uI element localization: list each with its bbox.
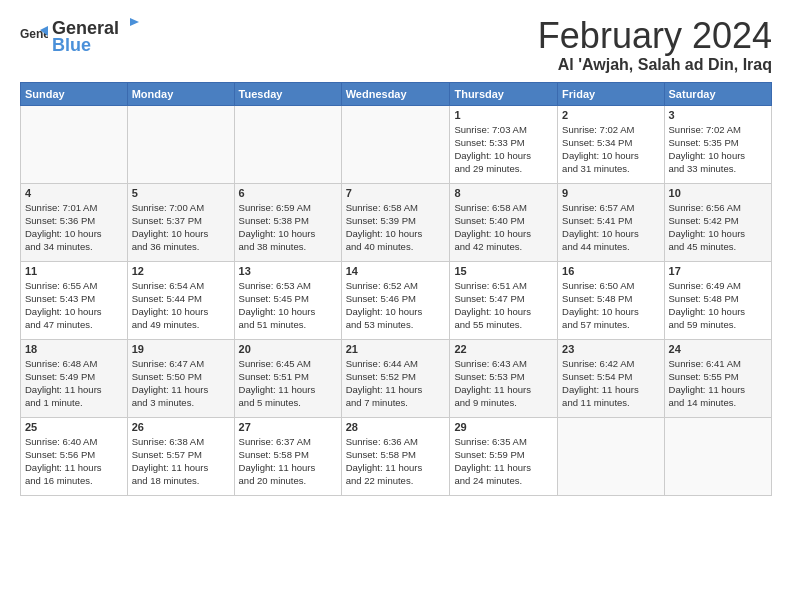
day-info: Sunrise: 6:55 AMSunset: 5:43 PMDaylight:…	[25, 279, 123, 332]
week-row-5: 25Sunrise: 6:40 AMSunset: 5:56 PMDayligh…	[21, 417, 772, 495]
calendar-cell: 25Sunrise: 6:40 AMSunset: 5:56 PMDayligh…	[21, 417, 128, 495]
day-info: Sunrise: 6:57 AMSunset: 5:41 PMDaylight:…	[562, 201, 659, 254]
day-number: 7	[346, 187, 446, 199]
day-number: 26	[132, 421, 230, 433]
day-number: 5	[132, 187, 230, 199]
day-info: Sunrise: 7:03 AMSunset: 5:33 PMDaylight:…	[454, 123, 553, 176]
day-info: Sunrise: 6:58 AMSunset: 5:40 PMDaylight:…	[454, 201, 553, 254]
calendar-cell	[341, 105, 450, 183]
day-number: 24	[669, 343, 767, 355]
calendar-cell: 19Sunrise: 6:47 AMSunset: 5:50 PMDayligh…	[127, 339, 234, 417]
weekday-header-sunday: Sunday	[21, 82, 128, 105]
day-info: Sunrise: 6:35 AMSunset: 5:59 PMDaylight:…	[454, 435, 553, 488]
day-number: 29	[454, 421, 553, 433]
day-number: 13	[239, 265, 337, 277]
calendar-cell: 3Sunrise: 7:02 AMSunset: 5:35 PMDaylight…	[664, 105, 771, 183]
day-number: 3	[669, 109, 767, 121]
day-number: 12	[132, 265, 230, 277]
day-number: 22	[454, 343, 553, 355]
calendar-cell: 5Sunrise: 7:00 AMSunset: 5:37 PMDaylight…	[127, 183, 234, 261]
day-info: Sunrise: 6:45 AMSunset: 5:51 PMDaylight:…	[239, 357, 337, 410]
month-title: February 2024	[538, 16, 772, 56]
calendar-cell	[234, 105, 341, 183]
header-row: General General Blue February 2024 Al 'A…	[20, 16, 772, 74]
day-number: 17	[669, 265, 767, 277]
day-number: 21	[346, 343, 446, 355]
day-info: Sunrise: 6:54 AMSunset: 5:44 PMDaylight:…	[132, 279, 230, 332]
calendar-cell: 29Sunrise: 6:35 AMSunset: 5:59 PMDayligh…	[450, 417, 558, 495]
calendar-cell	[558, 417, 664, 495]
day-info: Sunrise: 6:58 AMSunset: 5:39 PMDaylight:…	[346, 201, 446, 254]
day-number: 11	[25, 265, 123, 277]
day-number: 19	[132, 343, 230, 355]
calendar-table: SundayMondayTuesdayWednesdayThursdayFrid…	[20, 82, 772, 496]
logo-icon: General	[20, 22, 48, 50]
calendar-cell: 8Sunrise: 6:58 AMSunset: 5:40 PMDaylight…	[450, 183, 558, 261]
week-row-3: 11Sunrise: 6:55 AMSunset: 5:43 PMDayligh…	[21, 261, 772, 339]
day-info: Sunrise: 6:49 AMSunset: 5:48 PMDaylight:…	[669, 279, 767, 332]
day-info: Sunrise: 6:51 AMSunset: 5:47 PMDaylight:…	[454, 279, 553, 332]
day-info: Sunrise: 6:42 AMSunset: 5:54 PMDaylight:…	[562, 357, 659, 410]
calendar-cell: 17Sunrise: 6:49 AMSunset: 5:48 PMDayligh…	[664, 261, 771, 339]
calendar-cell: 24Sunrise: 6:41 AMSunset: 5:55 PMDayligh…	[664, 339, 771, 417]
day-number: 6	[239, 187, 337, 199]
calendar-cell: 27Sunrise: 6:37 AMSunset: 5:58 PMDayligh…	[234, 417, 341, 495]
calendar-cell: 11Sunrise: 6:55 AMSunset: 5:43 PMDayligh…	[21, 261, 128, 339]
calendar-cell: 6Sunrise: 6:59 AMSunset: 5:38 PMDaylight…	[234, 183, 341, 261]
day-info: Sunrise: 6:38 AMSunset: 5:57 PMDaylight:…	[132, 435, 230, 488]
logo-bird-icon	[121, 16, 139, 34]
calendar-cell	[664, 417, 771, 495]
weekday-header-friday: Friday	[558, 82, 664, 105]
day-info: Sunrise: 6:41 AMSunset: 5:55 PMDaylight:…	[669, 357, 767, 410]
day-info: Sunrise: 7:02 AMSunset: 5:35 PMDaylight:…	[669, 123, 767, 176]
week-row-2: 4Sunrise: 7:01 AMSunset: 5:36 PMDaylight…	[21, 183, 772, 261]
day-info: Sunrise: 6:40 AMSunset: 5:56 PMDaylight:…	[25, 435, 123, 488]
day-number: 4	[25, 187, 123, 199]
calendar-cell	[127, 105, 234, 183]
calendar-cell: 13Sunrise: 6:53 AMSunset: 5:45 PMDayligh…	[234, 261, 341, 339]
calendar-cell	[21, 105, 128, 183]
day-number: 27	[239, 421, 337, 433]
calendar-cell: 7Sunrise: 6:58 AMSunset: 5:39 PMDaylight…	[341, 183, 450, 261]
weekday-header-saturday: Saturday	[664, 82, 771, 105]
day-number: 1	[454, 109, 553, 121]
day-info: Sunrise: 7:00 AMSunset: 5:37 PMDaylight:…	[132, 201, 230, 254]
day-number: 9	[562, 187, 659, 199]
day-info: Sunrise: 6:43 AMSunset: 5:53 PMDaylight:…	[454, 357, 553, 410]
day-number: 25	[25, 421, 123, 433]
calendar-cell: 2Sunrise: 7:02 AMSunset: 5:34 PMDaylight…	[558, 105, 664, 183]
calendar-cell: 26Sunrise: 6:38 AMSunset: 5:57 PMDayligh…	[127, 417, 234, 495]
weekday-header-wednesday: Wednesday	[341, 82, 450, 105]
calendar-cell: 21Sunrise: 6:44 AMSunset: 5:52 PMDayligh…	[341, 339, 450, 417]
calendar-cell: 23Sunrise: 6:42 AMSunset: 5:54 PMDayligh…	[558, 339, 664, 417]
calendar-cell: 14Sunrise: 6:52 AMSunset: 5:46 PMDayligh…	[341, 261, 450, 339]
day-info: Sunrise: 6:37 AMSunset: 5:58 PMDaylight:…	[239, 435, 337, 488]
calendar-cell: 15Sunrise: 6:51 AMSunset: 5:47 PMDayligh…	[450, 261, 558, 339]
calendar-cell: 9Sunrise: 6:57 AMSunset: 5:41 PMDaylight…	[558, 183, 664, 261]
week-row-1: 1Sunrise: 7:03 AMSunset: 5:33 PMDaylight…	[21, 105, 772, 183]
calendar-cell: 20Sunrise: 6:45 AMSunset: 5:51 PMDayligh…	[234, 339, 341, 417]
day-info: Sunrise: 6:56 AMSunset: 5:42 PMDaylight:…	[669, 201, 767, 254]
day-number: 18	[25, 343, 123, 355]
calendar-cell: 12Sunrise: 6:54 AMSunset: 5:44 PMDayligh…	[127, 261, 234, 339]
day-number: 8	[454, 187, 553, 199]
week-row-4: 18Sunrise: 6:48 AMSunset: 5:49 PMDayligh…	[21, 339, 772, 417]
location-title: Al 'Awjah, Salah ad Din, Iraq	[538, 56, 772, 74]
main-container: General General Blue February 2024 Al 'A…	[0, 0, 792, 506]
day-number: 16	[562, 265, 659, 277]
day-info: Sunrise: 7:01 AMSunset: 5:36 PMDaylight:…	[25, 201, 123, 254]
calendar-cell: 16Sunrise: 6:50 AMSunset: 5:48 PMDayligh…	[558, 261, 664, 339]
weekday-header-tuesday: Tuesday	[234, 82, 341, 105]
calendar-cell: 28Sunrise: 6:36 AMSunset: 5:58 PMDayligh…	[341, 417, 450, 495]
day-info: Sunrise: 6:52 AMSunset: 5:46 PMDaylight:…	[346, 279, 446, 332]
weekday-header-thursday: Thursday	[450, 82, 558, 105]
title-area: February 2024 Al 'Awjah, Salah ad Din, I…	[538, 16, 772, 74]
day-number: 23	[562, 343, 659, 355]
day-number: 28	[346, 421, 446, 433]
day-number: 20	[239, 343, 337, 355]
calendar-cell: 10Sunrise: 6:56 AMSunset: 5:42 PMDayligh…	[664, 183, 771, 261]
day-number: 2	[562, 109, 659, 121]
day-info: Sunrise: 6:48 AMSunset: 5:49 PMDaylight:…	[25, 357, 123, 410]
calendar-cell: 22Sunrise: 6:43 AMSunset: 5:53 PMDayligh…	[450, 339, 558, 417]
svg-marker-2	[130, 18, 139, 26]
